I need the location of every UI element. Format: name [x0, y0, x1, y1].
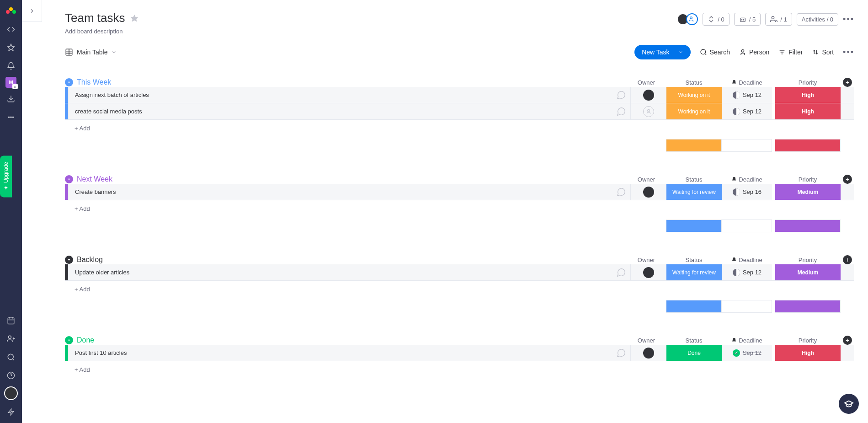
column-header-deadline[interactable]: Deadline [722, 257, 772, 263]
add-task-input[interactable]: + Add [68, 286, 854, 293]
priority-cell[interactable]: Medium [775, 264, 841, 280]
task-name[interactable]: Assign next batch of articles [68, 87, 612, 103]
task-row[interactable]: create social media posts Working on it … [65, 103, 854, 120]
user-avatar[interactable] [4, 386, 18, 400]
status-cell[interactable]: Waiting for review [666, 184, 722, 200]
help-icon[interactable] [4, 368, 18, 383]
sidebar-expand-button[interactable] [22, 0, 42, 22]
status-cell[interactable]: Waiting for review [666, 264, 722, 280]
board-members[interactable] [677, 13, 698, 25]
column-header-owner[interactable]: Owner [628, 79, 664, 86]
bolt-icon[interactable] [4, 405, 18, 419]
workspace-badge[interactable]: M⌂ [5, 77, 16, 88]
column-header-status[interactable]: Status [666, 176, 722, 183]
download-icon[interactable] [4, 91, 18, 106]
task-row[interactable]: Assign next batch of articles Working on… [65, 87, 854, 103]
add-task-input[interactable]: + Add [68, 125, 854, 132]
task-name[interactable]: Update older articles [68, 264, 612, 280]
owner-cell[interactable] [630, 184, 666, 200]
conversation-icon[interactable] [612, 184, 630, 200]
group-title[interactable]: Backlog [77, 256, 103, 264]
priority-cell[interactable]: High [775, 87, 841, 103]
search-icon[interactable] [4, 350, 18, 364]
group-collapse-icon[interactable] [65, 336, 73, 344]
group-title[interactable]: Done [77, 336, 94, 344]
deadline-cell[interactable]: Sep 12 [722, 264, 772, 280]
activities-button[interactable]: Activities / 0 [797, 13, 838, 26]
conversation-icon[interactable] [612, 264, 630, 280]
code-icon[interactable] [4, 22, 18, 37]
column-header-owner[interactable]: Owner [628, 176, 664, 183]
status-cell[interactable]: Working on it [666, 103, 722, 119]
board-menu-icon[interactable]: ••• [843, 15, 854, 24]
conversation-icon[interactable] [612, 103, 630, 119]
more-icon[interactable]: ••• [4, 110, 18, 124]
group-collapse-icon[interactable] [65, 256, 73, 264]
invite-icon[interactable] [4, 332, 18, 346]
group-collapse-icon[interactable] [65, 78, 73, 86]
add-task-input[interactable]: + Add [68, 205, 854, 212]
deadline-cell[interactable]: Sep 12 [722, 87, 772, 103]
add-member-icon[interactable] [686, 13, 698, 25]
priority-cell[interactable]: High [775, 103, 841, 119]
column-header-status[interactable]: Status [666, 337, 722, 344]
column-header-deadline[interactable]: Deadline [722, 79, 772, 86]
favorites-icon[interactable] [4, 40, 18, 55]
members-count-button[interactable]: / 1 [765, 13, 792, 26]
owner-cell[interactable] [630, 103, 666, 119]
add-column-button[interactable]: + [843, 336, 852, 345]
task-row[interactable]: Post first 10 articles Done ✓Sep 12 High [65, 345, 854, 361]
owner-cell[interactable] [630, 264, 666, 280]
deadline-cell[interactable]: Sep 12 [722, 103, 772, 119]
toolbar-more-icon[interactable]: ••• [843, 48, 854, 57]
column-header-priority[interactable]: Priority [775, 79, 841, 86]
owner-avatar[interactable] [643, 267, 654, 278]
integrations-button[interactable]: / 0 [703, 13, 729, 26]
automations-button[interactable]: / 5 [734, 13, 761, 26]
task-row[interactable]: Create banners Waiting for review Sep 16… [65, 184, 854, 200]
conversation-icon[interactable] [612, 345, 630, 361]
add-column-button[interactable]: + [843, 175, 852, 184]
deadline-cell[interactable]: Sep 16 [722, 184, 772, 200]
board-title[interactable]: Team tasks [65, 11, 125, 25]
status-cell[interactable]: Working on it [666, 87, 722, 103]
deadline-cell[interactable]: ✓Sep 12 [722, 345, 772, 361]
owner-avatar[interactable] [643, 90, 654, 101]
column-header-status[interactable]: Status [666, 257, 722, 263]
search-button[interactable]: Search [700, 48, 730, 56]
conversation-icon[interactable] [612, 87, 630, 103]
column-header-owner[interactable]: Owner [628, 257, 664, 263]
owner-avatar[interactable] [643, 348, 654, 359]
column-header-owner[interactable]: Owner [628, 337, 664, 344]
help-fab[interactable] [839, 394, 859, 414]
new-task-button[interactable]: New Task [634, 45, 690, 59]
task-name[interactable]: create social media posts [68, 103, 612, 119]
task-name[interactable]: Create banners [68, 184, 612, 200]
owner-empty-icon[interactable] [643, 106, 654, 117]
column-header-deadline[interactable]: Deadline [722, 337, 772, 344]
add-task-input[interactable]: + Add [68, 366, 854, 373]
group-title[interactable]: This Week [77, 78, 111, 86]
owner-avatar[interactable] [643, 187, 654, 198]
board-description[interactable]: Add board description [65, 28, 854, 35]
priority-cell[interactable]: High [775, 345, 841, 361]
filter-button[interactable]: Filter [778, 48, 803, 56]
star-icon[interactable] [130, 14, 139, 23]
owner-cell[interactable] [630, 87, 666, 103]
upgrade-button[interactable]: ✦ Upgrade [0, 155, 12, 197]
column-header-priority[interactable]: Priority [775, 337, 841, 344]
status-cell[interactable]: Done [666, 345, 722, 361]
group-collapse-icon[interactable] [65, 175, 73, 183]
task-name[interactable]: Post first 10 articles [68, 345, 612, 361]
column-header-priority[interactable]: Priority [775, 176, 841, 183]
add-column-button[interactable]: + [843, 255, 852, 264]
column-header-priority[interactable]: Priority [775, 257, 841, 263]
calendar-icon[interactable] [4, 313, 18, 328]
owner-cell[interactable] [630, 345, 666, 361]
sort-button[interactable]: Sort [812, 48, 834, 56]
view-selector[interactable]: Main Table [65, 48, 117, 56]
priority-cell[interactable]: Medium [775, 184, 841, 200]
task-row[interactable]: Update older articles Waiting for review… [65, 264, 854, 281]
group-title[interactable]: Next Week [77, 175, 112, 183]
column-header-deadline[interactable]: Deadline [722, 176, 772, 183]
